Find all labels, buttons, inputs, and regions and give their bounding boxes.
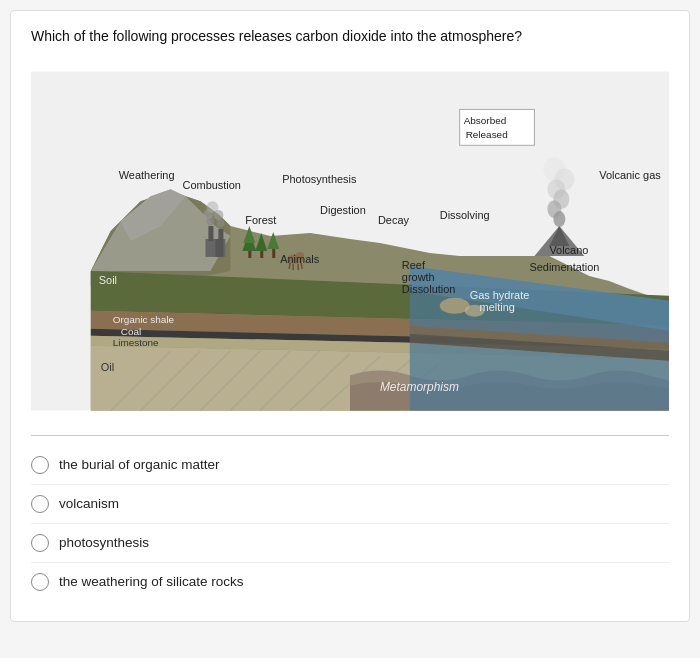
option-1-label: the burial of organic matter <box>59 457 220 472</box>
svg-text:Absorbed: Absorbed <box>464 115 507 126</box>
svg-text:Dissolution: Dissolution <box>402 282 456 294</box>
svg-text:Decay: Decay <box>378 214 410 226</box>
radio-opt1[interactable] <box>31 456 49 474</box>
option-4[interactable]: the weathering of silicate rocks <box>31 563 669 601</box>
svg-text:Animals: Animals <box>280 253 319 265</box>
option-2-label: volcanism <box>59 496 119 511</box>
option-3[interactable]: photosynthesis <box>31 524 669 563</box>
options-list: the burial of organic matter volcanism p… <box>31 446 669 601</box>
svg-text:Volcano: Volcano <box>549 244 588 256</box>
radio-opt2[interactable] <box>31 495 49 513</box>
diagram: Weathering Combustion Photosynthesis Abs… <box>31 61 669 421</box>
svg-rect-34 <box>208 226 213 241</box>
svg-text:Reef: Reef <box>402 259 426 271</box>
svg-rect-35 <box>218 229 223 241</box>
option-1[interactable]: the burial of organic matter <box>31 446 669 485</box>
svg-text:Digestion: Digestion <box>320 204 366 216</box>
option-3-label: photosynthesis <box>59 535 149 550</box>
svg-text:Forest: Forest <box>245 214 276 226</box>
svg-text:Organic shale: Organic shale <box>113 313 175 324</box>
svg-text:Sedimentation: Sedimentation <box>529 261 599 273</box>
svg-rect-33 <box>215 239 223 257</box>
svg-text:Dissolving: Dissolving <box>440 209 490 221</box>
question-text: Which of the following processes release… <box>31 27 669 47</box>
svg-text:Volcanic gas: Volcanic gas <box>599 169 661 181</box>
svg-text:Soil: Soil <box>99 273 117 285</box>
option-4-label: the weathering of silicate rocks <box>59 574 244 589</box>
svg-text:growth: growth <box>402 270 435 282</box>
svg-text:Gas hydrate: Gas hydrate <box>470 288 530 300</box>
svg-text:Limestone: Limestone <box>113 336 159 347</box>
quiz-card: Which of the following processes release… <box>10 10 690 622</box>
svg-text:Released: Released <box>466 129 508 140</box>
svg-text:Photosynthesis: Photosynthesis <box>282 173 357 185</box>
svg-text:melting: melting <box>480 300 515 312</box>
svg-point-31 <box>543 157 565 181</box>
radio-opt3[interactable] <box>31 534 49 552</box>
svg-text:Coal: Coal <box>121 325 141 336</box>
svg-point-40 <box>213 210 223 220</box>
svg-text:Combustion: Combustion <box>183 179 241 191</box>
option-2[interactable]: volcanism <box>31 485 669 524</box>
radio-opt4[interactable] <box>31 573 49 591</box>
svg-point-39 <box>216 219 224 227</box>
svg-text:Weathering: Weathering <box>119 169 175 181</box>
divider <box>31 435 669 436</box>
svg-text:Metamorphism: Metamorphism <box>380 379 459 393</box>
svg-text:Oil: Oil <box>101 360 114 372</box>
